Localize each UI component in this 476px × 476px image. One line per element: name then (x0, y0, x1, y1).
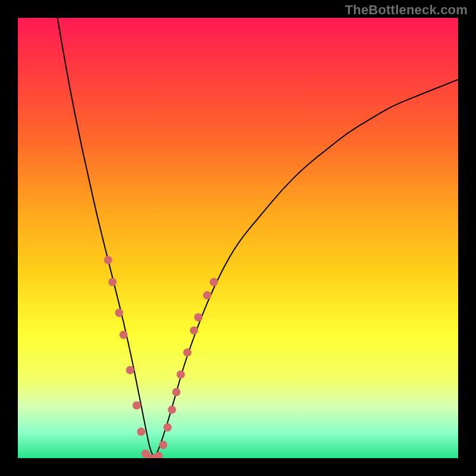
curve-marker (203, 291, 211, 299)
curve-marker (108, 278, 117, 286)
chart-svg (18, 18, 458, 458)
curve-marker (164, 423, 172, 431)
curve-marker (115, 309, 123, 317)
curve-marker (120, 331, 128, 339)
curve-marker (155, 452, 163, 458)
curve-marker (168, 406, 176, 414)
curve-marker (172, 388, 180, 396)
curve-markers (104, 256, 218, 458)
curve-marker (194, 313, 202, 321)
curve-marker (133, 401, 141, 409)
chart-frame: TheBottleneck.com (0, 0, 476, 476)
watermark-text: TheBottleneck.com (345, 2, 468, 18)
curve-marker (183, 348, 192, 356)
curve-marker (104, 256, 112, 264)
bottleneck-curve (58, 18, 458, 456)
curve-marker (137, 428, 145, 436)
curve-marker (177, 370, 185, 378)
curve-marker (126, 366, 134, 374)
curve-marker (159, 441, 167, 449)
curve-marker (209, 278, 218, 286)
plot-area (18, 18, 458, 458)
curve-marker (190, 326, 198, 334)
